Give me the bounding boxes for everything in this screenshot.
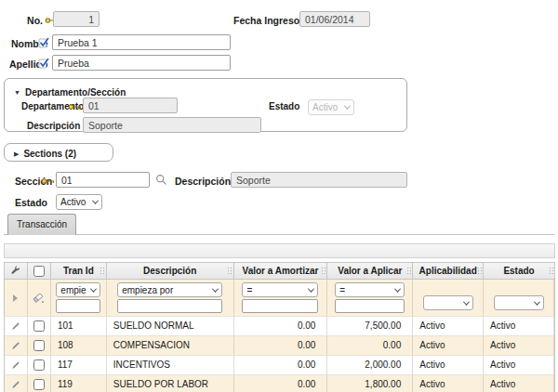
- cell-aplicabilidad: Activo: [413, 335, 484, 355]
- estado-value: Activo: [490, 340, 515, 350]
- column-handle-icon[interactable]: [226, 268, 231, 275]
- descripcion-value: SUELDO NORMAL: [113, 320, 194, 331]
- cell-descripcion: COMPENSACION: [107, 335, 234, 355]
- column-handle-icon[interactable]: [319, 268, 324, 275]
- cell-valor-amortizar: 0.00: [234, 374, 328, 392]
- departamento-input: [83, 98, 178, 113]
- column-handle-icon[interactable]: [405, 268, 409, 275]
- cell-estado: Activo: [484, 335, 554, 355]
- search-icon[interactable]: [155, 174, 167, 186]
- column-header-valor-amortizar[interactable]: Valor a Amortizar: [234, 263, 328, 280]
- valor-aplicar-filter-input[interactable]: [335, 299, 405, 313]
- aplicabilidad-value: Activo: [419, 359, 445, 370]
- column-header-aplicabilidad[interactable]: Aplicabilidad: [413, 263, 484, 280]
- column-header-valor-aplicar[interactable]: Valor a Aplicar: [327, 263, 413, 280]
- descripcion-value: INCENTIVOS: [113, 359, 170, 370]
- cell-valor-aplicar: 7,500.00: [327, 316, 413, 335]
- row-edit-cell[interactable]: [5, 355, 28, 374]
- valor-aplicar-operator-select[interactable]: =: [335, 282, 405, 297]
- estado-value: Activo: [490, 379, 515, 389]
- cell-valor-amortizar: 0.00: [234, 355, 328, 374]
- cell-tran-id: 119: [51, 374, 107, 392]
- descripcion-filter-input[interactable]: [117, 299, 222, 313]
- estado-label: Estado: [269, 101, 299, 111]
- tab-transaccion-label: Transacción: [17, 219, 67, 229]
- row-edit-cell[interactable]: [5, 374, 28, 392]
- filter-cell-valor-aplicar: =: [327, 280, 413, 316]
- aplicabilidad-value: Activo: [419, 340, 445, 350]
- seccion-estado-select[interactable]: Activo: [56, 194, 102, 210]
- column-header-tran-id[interactable]: Tran Id: [51, 263, 107, 280]
- column-header-label: Estado: [503, 266, 534, 276]
- row-checkbox[interactable]: [33, 340, 45, 351]
- nombre-input[interactable]: [52, 34, 231, 50]
- valor-amortizar-filter-input[interactable]: [242, 299, 318, 313]
- sections-region-button[interactable]: ▶Sections (2): [4, 143, 113, 162]
- aplicabilidad-filter-select[interactable]: [423, 295, 473, 310]
- table-row: 117 INCENTIVOS 0.00 2,000.00 Activo Acti…: [5, 355, 554, 374]
- edit-check-icon: [38, 58, 49, 69]
- column-header-estado[interactable]: Estado: [484, 263, 554, 280]
- row-select-cell: [28, 335, 51, 355]
- column-handle-icon[interactable]: [547, 268, 551, 275]
- page: No. Fecha Ingreso Nombre Apellido ▼Depar…: [0, 0, 558, 392]
- row-edit-cell[interactable]: [5, 335, 28, 355]
- filter-cell-tran-id: empieza por: [51, 280, 107, 316]
- row-checkbox[interactable]: [33, 359, 45, 371]
- filter-row-marker-cell: [5, 280, 28, 316]
- estado-select-wrap: Activo: [308, 98, 354, 115]
- tab-strip: [4, 213, 554, 235]
- clear-filter-cell[interactable]: [28, 280, 51, 316]
- departamento-region: ▼Departamento/Sección Departamento Estad…: [4, 78, 407, 132]
- select-all-cell: [28, 263, 51, 280]
- cell-valor-amortizar: 0.00: [234, 316, 328, 335]
- cell-valor-aplicar: 1,800.00: [327, 374, 413, 392]
- estado-filter-select[interactable]: [494, 295, 544, 310]
- cell-descripcion: SUELDO NORMAL: [107, 316, 234, 335]
- departamento-region-title: Departamento/Sección: [25, 87, 126, 98]
- tran-id-filter-input[interactable]: [56, 299, 100, 313]
- seccion-input[interactable]: [56, 172, 150, 188]
- tran-id-operator-select[interactable]: empieza por: [56, 282, 100, 297]
- cell-valor-aplicar: 2,000.00: [327, 355, 413, 374]
- cell-tran-id: 108: [51, 335, 107, 355]
- column-header-label: Valor a Aplicar: [338, 266, 402, 276]
- tab-transaccion[interactable]: Transacción: [7, 214, 76, 235]
- valor-amortizar-operator-select[interactable]: =: [242, 282, 318, 297]
- cell-estado: Activo: [484, 316, 554, 335]
- tran-id-value: 108: [58, 340, 73, 350]
- row-select-cell: [28, 374, 51, 392]
- grid-toolbar: [4, 243, 555, 258]
- tran-id-value: 117: [58, 359, 73, 370]
- column-handle-icon[interactable]: [99, 268, 103, 275]
- wrench-icon: [10, 266, 20, 276]
- aplicabilidad-value: Activo: [419, 320, 445, 331]
- seccion-estado-label: Estado: [15, 197, 47, 208]
- valor-aplicar-value: 2,000.00: [365, 359, 401, 370]
- row-edit-cell[interactable]: [5, 316, 28, 335]
- tran-id-value: 119: [58, 379, 73, 389]
- descripcion-value: COMPENSACION: [113, 340, 190, 350]
- descripcion-operator-select[interactable]: empieza por: [117, 282, 222, 297]
- cell-tran-id: 101: [51, 316, 107, 335]
- valor-amortizar-value: 0.00: [298, 379, 315, 389]
- tran-id-value: 101: [58, 320, 73, 331]
- fecha-ingreso-label: Fecha Ingreso: [233, 15, 299, 26]
- cell-valor-aplicar: 0.00: [327, 335, 413, 355]
- column-header-descripcion[interactable]: Descripción: [107, 263, 234, 280]
- filter-cell-valor-amortizar: =: [234, 280, 328, 316]
- transacciones-grid: Tran Id Descripción Valor a Amortizar Va…: [4, 262, 555, 392]
- cell-aplicabilidad: Activo: [413, 374, 484, 392]
- select-all-checkbox[interactable]: [33, 266, 45, 277]
- column-handle-icon[interactable]: [475, 268, 480, 275]
- valor-aplicar-value: 0.00: [383, 340, 401, 350]
- cell-estado: Activo: [484, 374, 554, 392]
- sections-button-label: Sections (2): [23, 149, 76, 159]
- no-input: [53, 11, 100, 27]
- row-checkbox[interactable]: [33, 379, 45, 390]
- apellido-input[interactable]: [52, 55, 231, 71]
- cell-aplicabilidad: Activo: [413, 355, 484, 374]
- table-row: 108 COMPENSACION 0.00 0.00 Activo Activo: [5, 335, 554, 355]
- row-checkbox[interactable]: [33, 320, 45, 332]
- grid-settings-cell[interactable]: [5, 263, 28, 280]
